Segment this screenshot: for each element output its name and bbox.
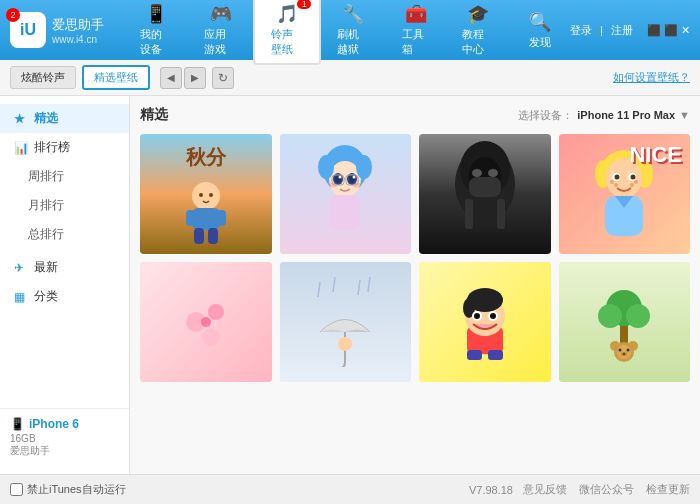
svg-point-73 (619, 349, 622, 352)
svg-point-10 (318, 155, 334, 179)
header-register[interactable]: 注册 (611, 23, 633, 38)
nav-tutorials-label: 教程中心 (462, 27, 494, 57)
autumn-text: 秋分 (186, 144, 226, 171)
header-login[interactable]: 登录 (570, 23, 592, 38)
tools-icon: 🧰 (405, 3, 427, 25)
svg-point-38 (614, 174, 619, 179)
wallpaper-card-8[interactable] (559, 262, 691, 382)
feedback-link[interactable]: 意见反馈 (523, 482, 567, 497)
nav-tools[interactable]: 🧰 工具箱 (386, 0, 446, 63)
nav-jailbreak[interactable]: 🔧 刷机越狱 (321, 0, 385, 63)
sidebar-item-category[interactable]: ▦ 分类 (0, 282, 129, 311)
nav-ringtone-wallpaper[interactable]: 1 🎵 铃声壁纸 (253, 0, 321, 65)
umbrella-svg (310, 277, 380, 367)
how-to-set-link[interactable]: 如何设置壁纸？ (613, 70, 690, 85)
footer: 禁止iTunes自动运行 V7.98.18 意见反馈 微信公众号 检查更新 (0, 474, 700, 504)
svg-rect-4 (194, 228, 204, 244)
sidebar-featured-label: 精选 (34, 110, 58, 127)
pink-bg (140, 262, 272, 382)
nice-text: NICE (629, 142, 682, 168)
ranking-icon: 📊 (14, 141, 28, 155)
logo-name: 爱思助手 (52, 16, 104, 34)
wallpaper-card-1[interactable]: 秋分 (140, 134, 272, 254)
anime-character-svg (310, 139, 380, 249)
device-app: 爱思助手 (10, 444, 119, 458)
dropdown-chevron-icon[interactable]: ▼ (679, 109, 690, 121)
wallpaper-card-7[interactable] (419, 262, 551, 382)
check-update-link[interactable]: 检查更新 (646, 482, 690, 497)
bear-bg (559, 262, 691, 382)
device-selector: 选择设备： iPhone 11 Pro Max ▼ (518, 108, 690, 123)
back-button[interactable]: ◀ (160, 67, 182, 89)
discover-icon: 🔍 (529, 11, 551, 33)
header-divider: | (600, 24, 603, 36)
ringtone-btn[interactable]: 炫酷铃声 (10, 66, 76, 89)
sidebar-item-latest[interactable]: ✈ 最新 (0, 253, 129, 282)
forward-button[interactable]: ▶ (184, 67, 206, 89)
nav-tools-label: 工具箱 (402, 27, 430, 57)
wallpaper-card-3[interactable] (419, 134, 551, 254)
cartoon-illustration: NICE (559, 134, 691, 254)
wallpaper-card-6[interactable] (280, 262, 412, 382)
nav-my-device-label: 我的设备 (140, 27, 172, 57)
content-header: 精选 选择设备： iPhone 11 Pro Max ▼ (140, 106, 690, 124)
svg-point-47 (202, 328, 220, 346)
wallpaper-btn[interactable]: 精选壁纸 (82, 65, 150, 90)
svg-rect-27 (469, 177, 501, 197)
svg-point-46 (208, 304, 224, 320)
sidebar-item-total[interactable]: 总排行 (0, 220, 129, 249)
header: iU 2 爱思助手 www.i4.cn 📱 我的设备 🎮 应用游戏 1 🎵 铃声… (0, 0, 700, 60)
svg-point-42 (634, 180, 638, 184)
svg-point-17 (353, 176, 356, 179)
nav-discover-label: 发现 (529, 35, 551, 50)
logo-url: www.i4.cn (52, 34, 104, 45)
wallpaper-card-4[interactable]: NICE (559, 134, 691, 254)
svg-point-68 (626, 304, 650, 328)
nav-arrows: ◀ ▶ (160, 67, 206, 89)
wallpaper-card-5[interactable] (140, 262, 272, 382)
ringtone-icon: 🎵 (276, 3, 298, 25)
svg-point-62 (490, 313, 496, 319)
sidebar-spacer (0, 315, 129, 408)
itunes-checkbox[interactable]: 禁止iTunes自动运行 (10, 482, 126, 497)
svg-point-41 (614, 183, 618, 187)
svg-point-43 (630, 183, 634, 187)
header-icons: ⬛ ⬛ ✕ (647, 24, 690, 37)
svg-point-67 (598, 304, 622, 328)
wallpaper-img-6 (280, 262, 412, 382)
nav-discover[interactable]: 🔍 发现 (510, 5, 570, 56)
svg-point-54 (338, 337, 352, 351)
sidebar-item-monthly[interactable]: 月排行 (0, 191, 129, 220)
sidebar-section-1: ★ 精选 📊 排行榜 周排行 月排行 总排行 (0, 104, 129, 249)
svg-point-74 (627, 349, 630, 352)
svg-point-40 (610, 180, 614, 184)
svg-rect-3 (216, 210, 226, 226)
svg-point-6 (199, 193, 203, 197)
device-select-value: iPhone 11 Pro Max (577, 109, 675, 121)
svg-point-0 (192, 182, 220, 210)
wallpaper-img-4: NICE (559, 134, 691, 254)
person-illustration (419, 134, 551, 254)
toolbar: 炫酷铃声 精选壁纸 ◀ ▶ ↻ 如何设置壁纸？ (0, 60, 700, 96)
wallpaper-img-2 (280, 134, 412, 254)
nav-jailbreak-label: 刷机越狱 (337, 27, 369, 57)
nav-my-device[interactable]: 📱 我的设备 (124, 0, 188, 63)
svg-rect-18 (330, 195, 360, 230)
refresh-button[interactable]: ↻ (212, 67, 234, 89)
itunes-checkbox-input[interactable] (10, 483, 23, 496)
nav-tutorials[interactable]: 🎓 教程中心 (446, 0, 510, 63)
app-logo: iU 2 爱思助手 www.i4.cn (10, 12, 104, 48)
svg-rect-2 (186, 210, 196, 226)
sidebar-item-featured[interactable]: ★ 精选 (0, 104, 129, 133)
manga-bg (419, 262, 551, 382)
sidebar-item-weekly[interactable]: 周排行 (0, 162, 129, 191)
nav-apps-games[interactable]: 🎮 应用游戏 (188, 0, 252, 63)
bear-svg (584, 288, 664, 378)
wechat-link[interactable]: 微信公众号 (579, 482, 634, 497)
svg-point-39 (630, 174, 635, 179)
tutorials-icon: 🎓 (467, 3, 489, 25)
sidebar-item-ranking[interactable]: 📊 排行榜 (0, 133, 129, 162)
wallpaper-card-2[interactable] (280, 134, 412, 254)
wallpaper-img-8 (559, 262, 691, 382)
jailbreak-icon: 🔧 (342, 3, 364, 25)
